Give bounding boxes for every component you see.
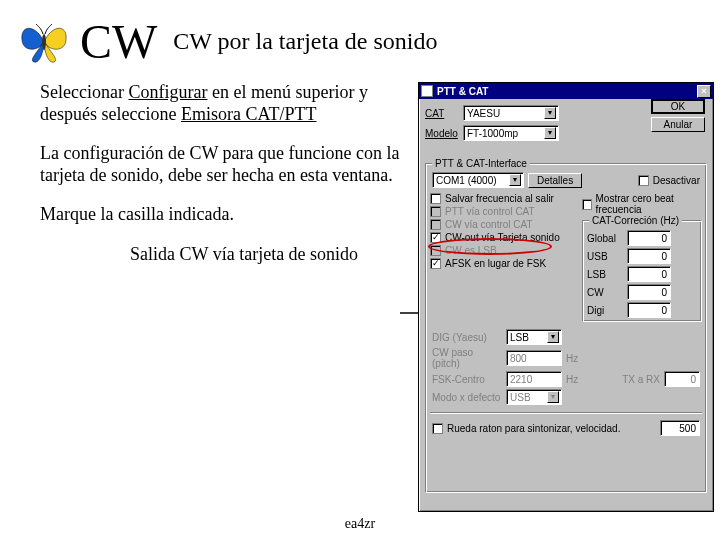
group-title: PTT & CAT-Interface xyxy=(432,158,530,169)
page-header: CW CW por la tarjeta de sonido xyxy=(18,14,437,69)
cat-select[interactable]: YAESU▾ xyxy=(463,105,559,121)
page-title: CW xyxy=(80,14,157,69)
correction-group-title: CAT-Correción (Hz) xyxy=(589,215,682,226)
port-select[interactable]: COM1 (4000)▾ xyxy=(432,172,524,188)
dialog-icon xyxy=(421,85,433,97)
modo-select[interactable]: USB▾ xyxy=(506,389,562,405)
chevron-down-icon: ▾ xyxy=(544,107,556,119)
close-button[interactable]: × xyxy=(697,85,711,98)
cw-out-soundcard-checkbox[interactable]: ✓CW-out vía Tarjeta sonido xyxy=(430,231,582,244)
instruction-p1: Seleccionar Configurar en el menú superi… xyxy=(40,82,400,125)
rueda-checkbox[interactable]: Rueda raton para sintonizar, velocidad. xyxy=(432,422,620,435)
cancel-button[interactable]: Anular xyxy=(651,117,705,132)
cat-label: CAT xyxy=(425,108,463,119)
instruction-p2: La configuración de CW para que funcione… xyxy=(40,143,400,186)
lsb-corr-input[interactable]: 0 xyxy=(627,266,671,282)
cw-corr-input[interactable]: 0 xyxy=(627,284,671,300)
afsk-checkbox[interactable]: ✓AFSK en lugar de FSK xyxy=(430,257,582,270)
dig-select[interactable]: LSB▾ xyxy=(506,329,562,345)
cw-lsb-checkbox[interactable]: CW es LSB xyxy=(430,244,582,257)
global-input[interactable]: 0 xyxy=(627,230,671,246)
dialog-titlebar[interactable]: PTT & CAT × xyxy=(419,83,713,99)
desactivar-checkbox[interactable]: Desactivar xyxy=(638,174,700,187)
instructions: Seleccionar Configurar en el menú superi… xyxy=(40,82,400,284)
modelo-label: Modelo xyxy=(425,128,463,139)
chevron-down-icon: ▾ xyxy=(509,174,521,186)
pitch-input[interactable]: 800 xyxy=(506,350,562,366)
page-subtitle: CW por la tarjeta de sonido xyxy=(173,28,437,55)
ok-button[interactable]: OK xyxy=(651,99,705,114)
fsk-input[interactable]: 2210 xyxy=(506,371,562,387)
cw-cat-checkbox[interactable]: CW vía control CAT xyxy=(430,218,582,231)
svg-point-0 xyxy=(42,34,46,50)
mostrar-checkbox[interactable]: Mostrar cero beat frecuencia xyxy=(582,192,702,216)
usb-corr-input[interactable]: 0 xyxy=(627,248,671,264)
txrx-input[interactable]: 0 xyxy=(664,371,700,387)
ptt-cat-checkbox[interactable]: PTT vía control CAT xyxy=(430,205,582,218)
page-footer: ea4zr xyxy=(0,516,720,532)
detalles-button[interactable]: Detalles xyxy=(528,173,582,188)
modelo-select[interactable]: FT-1000mp▾ xyxy=(463,125,559,141)
instruction-p4: Salida CW vía tarjeta de sonido xyxy=(40,244,400,266)
instruction-p3: Marque la casilla indicada. xyxy=(40,204,400,226)
ptt-cat-dialog: PTT & CAT × CAT YAESU▾ Modelo FT-1000mp▾… xyxy=(418,82,714,512)
butterfly-icon xyxy=(18,18,70,66)
dialog-title: PTT & CAT xyxy=(437,86,488,97)
salvar-checkbox[interactable]: Salvar frecuencia al salir xyxy=(430,192,582,205)
chevron-down-icon: ▾ xyxy=(544,127,556,139)
digi-corr-input[interactable]: 0 xyxy=(627,302,671,318)
rueda-input[interactable]: 500 xyxy=(660,420,700,436)
